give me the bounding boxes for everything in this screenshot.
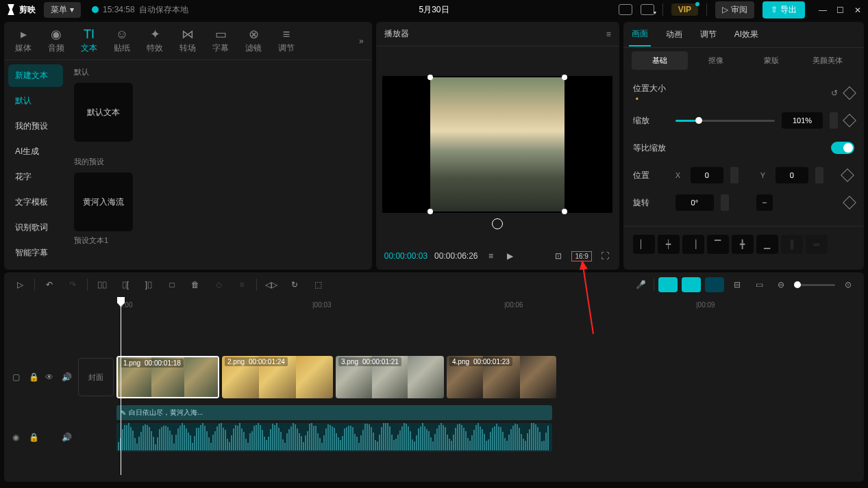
- aspect-lock-toggle[interactable]: [831, 142, 854, 154]
- fullscreen-button[interactable]: ⛶: [599, 250, 611, 262]
- track-lock-icon[interactable]: 🔒: [29, 372, 38, 382]
- layout-icon[interactable]: ▾: [641, 4, 654, 15]
- props-tab-anim[interactable]: 动画: [663, 23, 685, 46]
- pos-x-stepper[interactable]: [730, 167, 739, 183]
- track-toggle-icon[interactable]: ▢: [12, 372, 22, 382]
- audio-track-mute-icon[interactable]: 🔊: [62, 433, 71, 442]
- clip-1[interactable]: 1.png00:00:01:18: [116, 356, 219, 398]
- rotate-button[interactable]: ↻: [286, 276, 303, 294]
- track-mute-icon[interactable]: 🔊: [62, 372, 71, 382]
- player-canvas[interactable]: [382, 76, 612, 213]
- split-button[interactable]: ⌷⌷: [93, 276, 111, 294]
- ai-button-1[interactable]: [658, 277, 678, 292]
- delete-right-button[interactable]: ]⌷: [140, 276, 158, 294]
- preview-button[interactable]: ▭: [750, 276, 768, 294]
- sidebar-fancy[interactable]: 花字: [8, 166, 63, 188]
- align-top-button[interactable]: ▔: [707, 235, 729, 254]
- props-tab-adjust[interactable]: 调节: [697, 23, 719, 46]
- tab-effect[interactable]: ✦特效: [138, 23, 171, 58]
- zoom-fit-button[interactable]: ⊙: [839, 276, 857, 294]
- align-center-h-button[interactable]: ┿: [658, 235, 680, 254]
- play-button[interactable]: ▶: [504, 250, 517, 262]
- subtab-cutout[interactable]: 抠像: [688, 51, 744, 70]
- sidebar-lyrics[interactable]: 识别歌词: [8, 216, 63, 239]
- align-right-button[interactable]: ▕: [682, 235, 704, 254]
- ai-button-3[interactable]: [705, 277, 724, 292]
- tab-filter[interactable]: ⊗滤镜: [237, 23, 270, 58]
- ai-button-2[interactable]: [682, 277, 701, 292]
- tab-media[interactable]: ▸媒体: [7, 23, 40, 58]
- align-bottom-button[interactable]: ▁: [756, 235, 778, 254]
- export-button[interactable]: ⇧导出: [762, 1, 805, 18]
- preset-item-1[interactable]: 黄河入海流: [74, 172, 133, 231]
- undo-button[interactable]: ↶: [40, 276, 58, 294]
- sidebar-template[interactable]: 文字模板: [8, 191, 63, 214]
- close-button[interactable]: ✕: [854, 5, 863, 14]
- keyframe-scale-button[interactable]: [843, 114, 856, 127]
- pos-y-stepper[interactable]: [815, 167, 823, 183]
- timeline-ruler[interactable]: 0:00 |00:03 |00:06 |00:09: [4, 297, 864, 312]
- clip-2[interactable]: 2.png00:00:01:24: [222, 356, 333, 398]
- clip-4[interactable]: 4.png00:00:01:23: [447, 356, 556, 398]
- aspect-ratio-button[interactable]: 16:9: [571, 251, 591, 261]
- audio-track-toggle-icon[interactable]: ◉: [12, 433, 22, 442]
- resize-handle-tr[interactable]: [562, 75, 567, 80]
- keyboard-icon[interactable]: [619, 4, 632, 15]
- subtab-basic[interactable]: 基础: [632, 51, 688, 70]
- tab-transition[interactable]: ⋈转场: [171, 23, 204, 58]
- tab-text[interactable]: TI文本: [73, 23, 106, 58]
- subtab-beauty[interactable]: 美颜美体: [799, 51, 856, 70]
- sidebar-new-text[interactable]: 新建文本: [8, 64, 63, 87]
- audio-track-lock-icon[interactable]: 🔒: [29, 433, 38, 442]
- scale-stepper[interactable]: [830, 112, 838, 129]
- zoom-out-button[interactable]: ⊖: [772, 276, 790, 294]
- square-button[interactable]: □: [163, 276, 181, 294]
- resize-handle-tl[interactable]: [427, 75, 433, 80]
- reset-position-button[interactable]: ↺: [831, 88, 838, 98]
- player-menu-button[interactable]: ≡: [606, 29, 611, 39]
- props-tab-picture[interactable]: 画面: [629, 23, 651, 47]
- tab-adjust[interactable]: ≡调节: [270, 23, 303, 58]
- vip-badge[interactable]: VIP: [671, 3, 698, 16]
- zoom-slider[interactable]: [794, 284, 835, 286]
- sidebar-my-preset[interactable]: 我的预设: [8, 115, 63, 138]
- rotation-input[interactable]: [675, 194, 714, 211]
- subtab-mask[interactable]: 蒙版: [743, 51, 799, 70]
- maximize-button[interactable]: ☐: [836, 5, 845, 14]
- delete-button[interactable]: 🗑: [186, 276, 204, 294]
- tab-audio[interactable]: ◉音频: [40, 23, 73, 58]
- crop-button[interactable]: ⬚: [309, 276, 327, 294]
- tab-subtitle[interactable]: ▭字幕: [204, 23, 237, 58]
- keyframe-rotation-button[interactable]: [843, 196, 856, 209]
- delete-left-button[interactable]: ⌷[: [116, 276, 134, 294]
- canvas-image[interactable]: [430, 77, 565, 211]
- preset-default-text[interactable]: 默认文本: [74, 83, 133, 142]
- scale-input[interactable]: [782, 112, 823, 129]
- cover-button[interactable]: 封面: [78, 358, 114, 396]
- text-clip[interactable]: ✎ 白日依山尽，黄河入海...: [116, 405, 552, 420]
- snap-button[interactable]: ⊟: [728, 276, 746, 294]
- menu-button[interactable]: 菜单▾: [44, 2, 81, 18]
- position-y-input[interactable]: [776, 167, 808, 183]
- select-tool[interactable]: ▷: [11, 276, 29, 294]
- tabs-more-button[interactable]: »: [354, 36, 369, 46]
- rotation-stepper[interactable]: [721, 194, 729, 211]
- align-center-v-button[interactable]: ╋: [732, 235, 754, 254]
- sidebar-smart-sub[interactable]: 智能字幕: [8, 242, 63, 264]
- minimize-button[interactable]: —: [819, 5, 827, 14]
- prev-frame-button[interactable]: ≡: [485, 250, 497, 262]
- resize-handle-br[interactable]: [562, 209, 567, 214]
- review-button[interactable]: ▷审阅: [715, 1, 754, 18]
- resize-handle-bl[interactable]: [427, 209, 433, 214]
- rotate-handle[interactable]: [492, 218, 503, 229]
- tool-e[interactable]: ◇: [210, 276, 227, 294]
- mirror-h-button[interactable]: ◁▷: [262, 276, 280, 294]
- scale-slider[interactable]: [675, 120, 775, 122]
- position-x-input[interactable]: [691, 167, 723, 183]
- tab-sticker[interactable]: ☺贴纸: [106, 23, 138, 58]
- redo-button[interactable]: ↷: [64, 276, 82, 294]
- keyframe-position-xy-button[interactable]: [841, 168, 854, 182]
- align-left-button[interactable]: ▏: [633, 235, 655, 254]
- keyframe-position-button[interactable]: [843, 86, 856, 100]
- project-title[interactable]: 5月30日: [419, 4, 449, 16]
